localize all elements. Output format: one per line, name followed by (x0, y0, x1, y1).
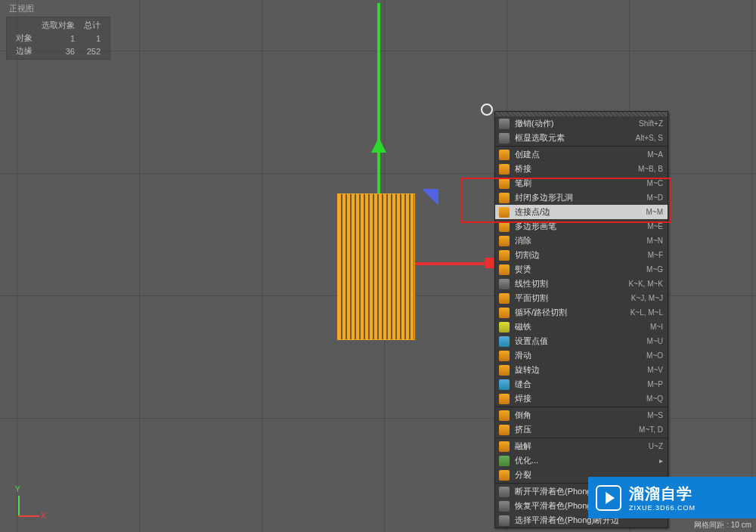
axis-gizmo: Y X (15, 487, 45, 517)
menu-item[interactable]: 切割边M~F (495, 248, 668, 262)
menu-item-icon (498, 500, 510, 512)
menu-item-label: 设置点值 (515, 336, 641, 347)
cursor-indicator (481, 104, 493, 116)
menu-item-icon (498, 178, 510, 190)
menu-item-shortcut: M~U (647, 337, 663, 345)
menu-item-label: 磁铁 (515, 321, 644, 332)
menu-item-icon (498, 132, 510, 144)
stats-header-total: 总计 (79, 19, 105, 32)
watermark-logo: 溜溜自学 ZIXUE.3D66.COM (588, 477, 756, 518)
xz-plane-handle[interactable] (422, 189, 438, 206)
menu-item-label: 线性切割 (515, 278, 622, 289)
menu-item[interactable]: 缝合M~P (495, 377, 668, 391)
menu-item[interactable]: 创建点M~A (495, 147, 668, 162)
menu-item-label: 熨烫 (515, 264, 640, 275)
menu-item[interactable]: 倒角M~S (495, 408, 668, 422)
menu-item[interactable]: 熨烫M~G (495, 262, 668, 277)
stats-panel: 选取对象 总计 对象 1 1 边缘 36 252 (6, 17, 110, 60)
menu-item-shortcut: M~O (646, 351, 663, 360)
stats-row-edges-total: 252 (79, 45, 105, 57)
menu-item-icon (498, 149, 510, 161)
menu-item[interactable]: 融解U~Z (495, 439, 668, 453)
menu-item-shortcut: K~J, M~J (631, 294, 663, 302)
menu-item-label: 创建点 (515, 149, 641, 160)
menu-item[interactable]: 挤压M~T, D (495, 422, 668, 437)
axis-x-label: X (41, 512, 46, 520)
status-bar: 网格间距 : 10 cm (694, 520, 751, 530)
menu-item-shortcut: K~K, M~K (628, 280, 663, 288)
menu-item[interactable]: 消除M~N (495, 234, 668, 248)
menu-item-icon (498, 379, 510, 391)
menu-item-icon (498, 206, 510, 218)
menu-item[interactable]: 多边形画笔M~E (495, 219, 668, 234)
menu-item-label: 撤销(动作) (515, 118, 633, 129)
menu-divider (495, 438, 668, 438)
menu-item-shortcut: M~A (647, 150, 663, 159)
stats-row-objects-sel: 1 (37, 32, 79, 45)
menu-item-icon (498, 424, 510, 436)
menu-item[interactable]: 框显选取元素Alt+S, S (495, 131, 668, 145)
menu-item-icon (498, 163, 510, 175)
menu-item[interactable]: 循环/路径切割K~L, M~L (495, 305, 668, 320)
context-menu: 撤销(动作)Shift+Z框显选取元素Alt+S, S创建点M~A桥接M~B, … (494, 111, 668, 528)
menu-item-shortcut: U~Z (649, 442, 663, 450)
stats-row-edges-label: 边缘 (11, 45, 37, 57)
menu-item-shortcut: M~B, B (638, 165, 663, 173)
menu-item-icon (498, 441, 510, 453)
menu-item-label: 切割边 (515, 249, 642, 261)
menu-item-label: 笔刷 (515, 178, 641, 189)
menu-item-icon (498, 486, 510, 498)
menu-item-label: 多边形画笔 (515, 221, 641, 232)
menu-item-shortcut: M~P (647, 380, 663, 388)
menu-item-shortcut: M~Q (646, 394, 663, 403)
menu-item[interactable]: 撤销(动作)Shift+Z (495, 116, 668, 131)
stats-row-objects-label: 对象 (11, 32, 37, 45)
menu-item-icon (498, 469, 510, 481)
menu-item-icon (498, 364, 510, 376)
menu-item-label: 桥接 (515, 163, 632, 175)
menu-item-label: 挤压 (515, 424, 633, 435)
menu-item-shortcut: M~V (647, 366, 663, 374)
grid-spacing-value: 10 cm (731, 521, 751, 529)
menu-item-icon (498, 410, 510, 422)
menu-item[interactable]: 线性切割K~K, M~K (495, 277, 668, 291)
menu-item[interactable]: 磁铁M~I (495, 320, 668, 334)
menu-item-shortcut: M~T, D (639, 425, 663, 434)
menu-item-label: 滑动 (515, 350, 640, 361)
menu-item[interactable]: 焊接M~Q (495, 391, 668, 406)
menu-item-icon (498, 455, 510, 467)
menu-item-label: 缝合 (515, 379, 641, 390)
stats-row-objects-total: 1 (79, 32, 105, 45)
menu-item[interactable]: 笔刷M~C (495, 176, 668, 190)
menu-item-icon (498, 350, 510, 362)
watermark-en: ZIXUE.3D66.COM (629, 504, 696, 512)
stats-header-selected: 选取对象 (37, 19, 79, 32)
menu-item[interactable]: 优化... (495, 453, 668, 468)
menu-item-shortcut: M~E (647, 222, 663, 230)
menu-item-shortcut: Shift+Z (639, 119, 663, 128)
menu-item-icon (498, 118, 510, 130)
menu-item[interactable]: 滑动M~O (495, 348, 668, 363)
menu-item-label: 连接点/边 (515, 206, 640, 218)
view-label: 正视图 (9, 3, 34, 14)
menu-item[interactable]: 平面切割K~J, M~J (495, 291, 668, 305)
menu-item-label: 倒角 (515, 410, 641, 421)
menu-item-label: 优化... (515, 455, 656, 466)
menu-item-label: 消除 (515, 235, 641, 246)
menu-item[interactable]: 封闭多边形孔洞M~D (495, 190, 668, 205)
menu-item[interactable]: 桥接M~B, B (495, 162, 668, 176)
watermark-cn: 溜溜自学 (629, 484, 696, 504)
menu-item-shortcut: Alt+S, S (636, 134, 663, 142)
menu-item[interactable]: 旋转边M~V (495, 363, 668, 377)
menu-item-icon (498, 321, 510, 333)
menu-item-icon (498, 336, 510, 348)
menu-item-label: 焊接 (515, 393, 640, 404)
selected-object[interactable] (337, 193, 415, 340)
menu-item-shortcut: M~S (647, 411, 663, 419)
axis-y-label: Y (15, 485, 20, 493)
menu-item-label: 封闭多边形孔洞 (515, 192, 641, 203)
menu-item-label: 框显选取元素 (515, 132, 630, 144)
menu-item[interactable]: 设置点值M~U (495, 334, 668, 348)
menu-item[interactable]: 连接点/边M~M (495, 205, 668, 219)
menu-item-label: 循环/路径切割 (515, 307, 624, 318)
